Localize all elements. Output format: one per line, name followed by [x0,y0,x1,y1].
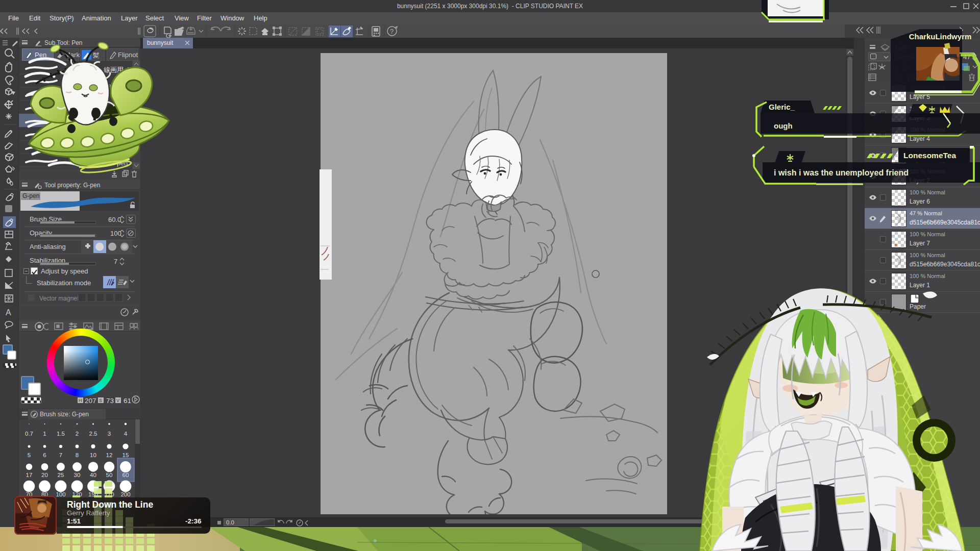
svg-text:15: 15 [122,452,129,458]
svg-text:17: 17 [26,472,33,478]
svg-text:50: 50 [106,472,113,478]
svg-text:2: 2 [76,431,79,437]
svg-text:1: 1 [43,431,46,437]
svg-text:12: 12 [106,452,113,458]
svg-text:7: 7 [59,452,62,458]
svg-text:3: 3 [108,431,111,437]
svg-text:207: 207 [85,397,96,405]
svg-text:30: 30 [74,472,81,478]
svg-text:1.5: 1.5 [57,431,65,437]
svg-text:4: 4 [124,431,128,437]
svg-text:2.5: 2.5 [89,431,97,437]
svg-text:200: 200 [120,491,130,497]
svg-text:10: 10 [90,452,96,458]
svg-text:5: 5 [28,452,31,458]
svg-text:61: 61 [124,397,131,405]
svg-text:6: 6 [43,452,46,458]
svg-text:73: 73 [106,397,114,405]
svg-text:0.7: 0.7 [25,431,33,437]
svg-text:?: ? [390,28,394,35]
svg-text:100: 100 [56,491,65,497]
svg-text:LonesomeTea: LonesomeTea [903,151,956,160]
svg-text:Gleric_: Gleric_ [769,103,795,111]
svg-text:8: 8 [76,452,79,458]
svg-text:25: 25 [58,472,64,478]
svg-text:60: 60 [122,472,129,478]
svg-text:V: V [116,398,119,403]
svg-text:S: S [99,398,102,403]
svg-text:CharkuLindwyrm: CharkuLindwyrm [909,32,972,41]
svg-text:20: 20 [41,472,48,478]
svg-text:ough: ough [774,121,793,130]
svg-text:A: A [6,308,11,317]
svg-text:i wish i was the unemployed fr: i wish i was the unemployed friend [774,168,909,177]
svg-text:40: 40 [90,472,96,478]
svg-text:H: H [79,398,82,403]
